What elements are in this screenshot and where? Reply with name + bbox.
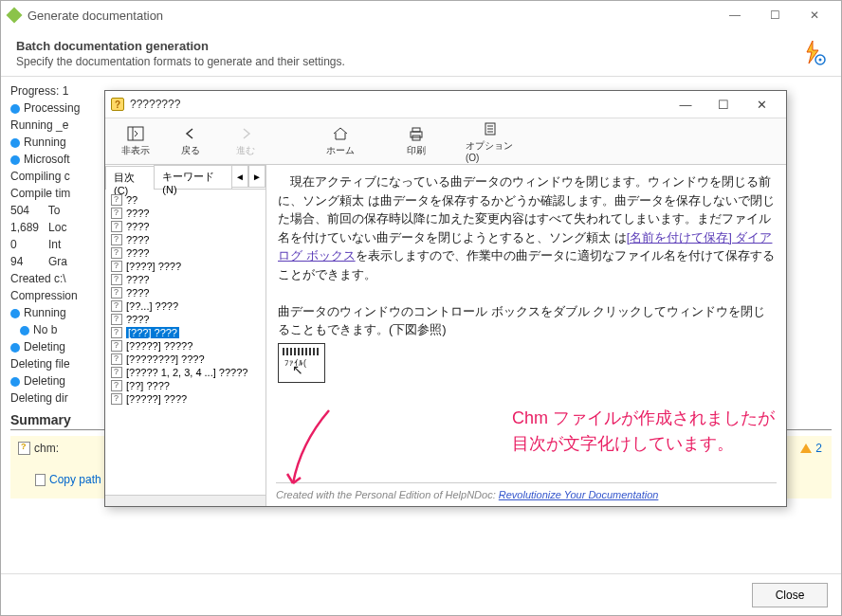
toc-item-label: ???? — [126, 247, 149, 259]
svg-point-1 — [819, 59, 822, 62]
close-button[interactable]: Close — [752, 583, 828, 607]
toc-item[interactable]: ???? — [109, 273, 262, 286]
toc-tree[interactable]: ??????????????????[????] ????????????[??… — [105, 190, 265, 495]
nav-tabs: 目次(C) キーワード(N) ◄► — [105, 165, 265, 190]
warning-badge[interactable]: 2 — [800, 442, 822, 455]
toc-item-label: [????] ???? — [126, 261, 181, 272]
back-button[interactable]: 戻る — [164, 119, 217, 163]
help-minimize-button[interactable]: — — [667, 93, 705, 116]
tab-scroll-left[interactable]: ◄ — [231, 165, 248, 188]
page-icon — [111, 393, 122, 405]
toc-item[interactable]: ???? — [109, 233, 262, 246]
tab-keyword[interactable]: キーワード(N) — [154, 165, 232, 189]
toc-item[interactable]: ?? — [109, 193, 262, 207]
page-icon — [111, 221, 122, 232]
toc-item-label: ???? — [126, 314, 149, 325]
chm-help-window: ? ???????? — ☐ ✕ 非表示 戻る 進む ホーム 印刷 オプション(… — [104, 90, 787, 507]
toc-item[interactable]: ???? — [109, 207, 262, 220]
svg-rect-4 — [412, 128, 420, 132]
help-paragraph: 曲データのウィンドウのコントロール ボックスをダブル クリックしてウィンドウを閉… — [278, 302, 775, 339]
toc-item[interactable]: ???? — [109, 313, 262, 326]
page-icon — [111, 274, 122, 285]
toc-item[interactable]: [??...] ???? — [109, 299, 262, 313]
help-toolbar: 非表示 戻る 進む ホーム 印刷 オプション(O) — [105, 118, 786, 165]
toc-item[interactable]: ???? — [109, 246, 262, 260]
toc-item-label: [?????] ???? — [126, 393, 187, 405]
toc-item[interactable]: ???? — [109, 286, 262, 299]
header-subtitle: Specify the documentation formats to gen… — [16, 55, 799, 68]
help-close-button[interactable]: ✕ — [742, 93, 780, 116]
page-icon — [111, 287, 122, 299]
header: Batch documentation generation Specify t… — [1, 29, 841, 77]
page-icon — [111, 327, 122, 338]
svg-rect-2 — [128, 127, 143, 140]
print-button[interactable]: 印刷 — [390, 119, 443, 163]
page-icon — [111, 194, 122, 206]
toc-item-label: ???? — [126, 274, 149, 285]
page-icon — [111, 261, 122, 272]
toc-item[interactable]: [?????] ???? — [109, 392, 262, 406]
help-app-icon: ? — [111, 98, 124, 111]
toc-item[interactable]: [?????] ????? — [109, 339, 262, 353]
help-window-title: ???????? — [130, 98, 180, 111]
page-icon — [111, 314, 122, 325]
forward-button: 進む — [219, 119, 272, 163]
maximize-button[interactable]: ☐ — [756, 4, 794, 27]
toc-item-label: ???? — [126, 287, 149, 299]
page-icon — [111, 234, 122, 245]
page-icon — [111, 340, 122, 352]
nav-pane: 目次(C) キーワード(N) ◄► ??????????????????[???… — [105, 165, 266, 506]
header-title: Batch documentation generation — [16, 39, 799, 53]
app-icon — [7, 8, 23, 24]
helpndoc-link[interactable]: Revolutionize Your Documentation — [499, 489, 659, 500]
chm-icon — [18, 442, 30, 455]
toc-item-label: ???? — [126, 234, 149, 245]
toc-item[interactable]: [???] ???? — [109, 326, 262, 339]
copy-path-link[interactable]: Copy path — [35, 473, 101, 486]
page-icon — [111, 247, 122, 259]
page-icon — [111, 353, 122, 365]
control-box-figure: ﾌｧｲﾙ( — [278, 343, 325, 383]
options-button[interactable]: オプション(O) — [466, 119, 519, 163]
toc-item[interactable]: [????????] ???? — [109, 353, 262, 366]
help-content: 現在アクティブになっている曲データのウィンドウを閉じます。ウィンドウを閉じる前に… — [266, 165, 786, 506]
tab-toc[interactable]: 目次(C) — [105, 166, 155, 190]
toc-item[interactable]: [????] ???? — [109, 260, 262, 273]
toc-item-label: [??] ???? — [126, 380, 170, 391]
help-title-bar: ? ???????? — ☐ ✕ — [105, 91, 786, 118]
title-bar: Generate documentation — ☐ ✕ — [1, 1, 841, 29]
tree-scrollbar[interactable] — [105, 495, 265, 506]
toc-item-label: [??...] ???? — [126, 300, 178, 312]
toc-item[interactable]: [????? 1, 2, 3, 4 ...] ????? — [109, 366, 262, 379]
footer: Close — [1, 573, 841, 615]
home-button[interactable]: ホーム — [314, 119, 367, 163]
window-title: Generate documentation — [27, 9, 716, 23]
close-window-button[interactable]: ✕ — [796, 4, 833, 27]
page-icon — [111, 300, 122, 312]
toc-item[interactable]: ???? — [109, 220, 262, 233]
toc-item-label: ???? — [126, 208, 149, 219]
help-footer-credit: Created with the Personal Edition of Hel… — [276, 482, 777, 503]
page-icon — [111, 208, 122, 219]
lightning-icon — [799, 39, 826, 65]
toc-item[interactable]: [??] ???? — [109, 379, 262, 392]
document-icon — [35, 474, 46, 486]
minimize-button[interactable]: — — [716, 4, 754, 27]
toc-item-label: [????????] ???? — [126, 353, 205, 365]
page-icon — [111, 380, 122, 391]
toc-item-label: [?????] ????? — [126, 340, 192, 352]
help-paragraph: 現在アクティブになっている曲データのウィンドウを閉じます。ウィンドウを閉じる前に… — [278, 172, 775, 283]
help-maximize-button[interactable]: ☐ — [705, 93, 742, 116]
toc-item-label: [????? 1, 2, 3, 4 ...] ????? — [126, 367, 247, 378]
toc-item-label: ???? — [126, 221, 149, 232]
page-icon — [111, 367, 122, 378]
annotation-text: Chm ファイルが作成されましたが 目次が文字化けしています。 — [512, 406, 775, 457]
hide-button[interactable]: 非表示 — [109, 119, 162, 163]
tab-scroll-right[interactable]: ► — [248, 165, 265, 188]
warning-icon — [800, 444, 812, 453]
chm-label: chm: — [18, 442, 59, 455]
toc-item-label: [???] ???? — [126, 327, 179, 338]
